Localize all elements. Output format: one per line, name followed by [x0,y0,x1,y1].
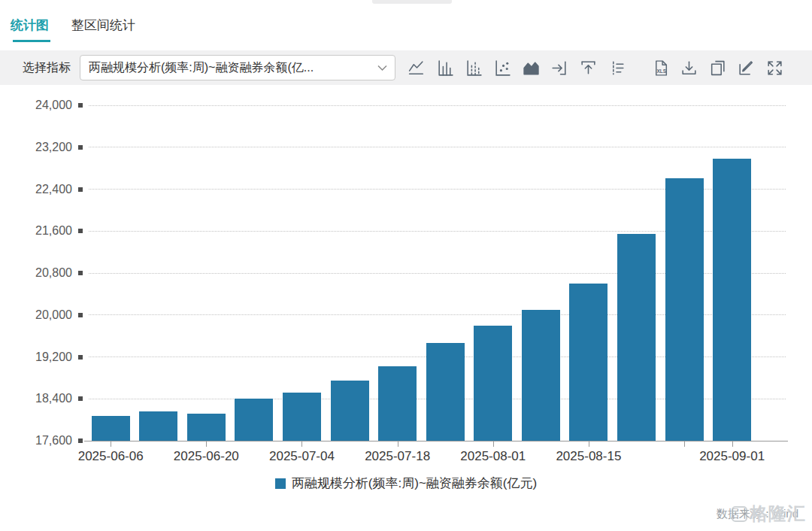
bar[interactable] [331,381,369,441]
bar[interactable] [713,159,751,441]
bar[interactable] [665,178,704,441]
gelonghui-watermark: 格隆汇 [732,502,806,526]
bar[interactable] [474,326,512,441]
x-axis-tick-mark [732,441,733,447]
gelonghui-logo-icon [732,506,747,522]
y-axis-tick-marker [78,438,83,443]
y-axis-tick-label: 18,400 [0,391,72,406]
bar[interactable] [617,234,656,441]
bar[interactable] [187,414,226,441]
bar[interactable] [283,393,321,441]
y-axis-tick-marker [78,103,83,108]
y-axis-tick-label: 22,400 [0,182,72,197]
y-axis-tick-label: 20,000 [0,308,72,323]
x-axis-tick-label: 2025-08-15 [532,449,645,464]
y-axis-tick-marker [78,229,83,233]
x-axis-tick-mark [493,441,494,447]
bar[interactable] [378,366,417,441]
y-axis-tick-label: 23,200 [0,140,72,155]
bar[interactable] [92,416,130,441]
bar[interactable] [139,411,177,441]
bar[interactable] [569,284,607,441]
y-axis-tick-label: 24,000 [0,98,72,113]
horizontal-gridline [89,147,786,147]
y-axis-tick-marker [78,396,83,401]
y-axis-tick-label: 17,600 [0,433,72,448]
y-axis-tick-marker [78,355,83,360]
y-axis-tick-marker [78,145,83,150]
statistics-chart-panel: 统计图 整区间统计 选择指标 两融规模分析(频率:周)~融资融券余额(亿... [0,0,812,531]
bar[interactable] [426,343,465,441]
legend-color-swatch [275,478,286,489]
y-axis-tick-marker [78,313,83,317]
x-axis-tick-mark [398,441,398,447]
y-axis-tick-marker [78,271,83,275]
legend-series-label: 两融规模分析(频率:周)~融资融券余额(亿元) [292,475,537,492]
bar[interactable] [522,310,560,441]
x-axis-tick-mark [301,441,302,447]
x-axis-tick-mark [589,441,589,447]
gelonghui-watermark-text: 格隆汇 [750,502,806,526]
chart-legend[interactable]: 两融规模分析(频率:周)~融资融券余额(亿元) [0,475,812,492]
x-axis-tick-mark [684,441,685,447]
bar[interactable] [235,399,273,441]
x-axis-line [84,441,788,441]
y-axis-tick-label: 19,200 [0,350,72,365]
x-axis-tick-label: 2025-09-01 [676,449,789,464]
y-axis-tick-label: 21,600 [0,223,72,238]
bar-chart-plot-area: 17,60018,40019,20020,00020,80021,60022,4… [0,0,812,531]
data-source-note: 数据来源：Wind 格隆汇 [717,507,798,521]
horizontal-gridline [89,105,786,106]
x-axis-tick-mark [206,441,207,447]
y-axis-tick-marker [78,187,83,192]
x-axis-tick-mark [111,441,111,447]
y-axis-tick-label: 20,800 [0,266,72,281]
